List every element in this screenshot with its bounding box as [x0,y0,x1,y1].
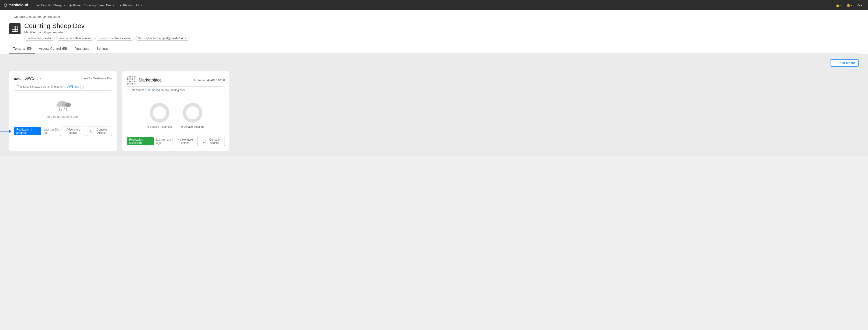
project-icon [9,23,21,34]
marketplace-card-header: Marketplace ⊙ Global API 7.103.0 [127,76,225,85]
tab-access-control-label: Access Control [39,47,61,51]
marketplace-dot [131,76,133,78]
marketplace-card-footer: Replication successful Last run 1m ago >… [127,133,225,146]
project-selector[interactable]: ◈ Project Counting Sheep Dev ▾ [67,3,117,7]
svg-point-7 [56,103,61,107]
org-selector[interactable]: 🏛 CountingSheep ▾ [34,3,67,7]
marketplace-console-access-button[interactable]: 💬 Console Access [199,137,225,146]
svg-point-13 [151,105,168,121]
aws-view-details-button[interactable]: > View more details [60,127,85,136]
platform-caret: ▾ [141,4,142,6]
aws-metrics-text: Metrics are coming soon [46,115,80,118]
marketplace-dot [127,76,128,78]
settings-button[interactable]: ⚙ ▾ [856,2,864,8]
marketplace-replication-badge: Replication successful [127,137,154,145]
logo[interactable]: ⬡ meshcloud [4,3,28,7]
tag-environment: environment Development [56,36,94,40]
back-arrow: ← [9,15,12,19]
globe-icon-mp: ⊙ [193,79,196,82]
svg-line-8 [59,108,60,111]
marketplace-dot [131,83,133,85]
console-icon-mp: 💬 [203,140,206,143]
marketplace-dot [127,81,128,82]
svg-point-12 [65,103,71,107]
marketplace-view-details-label: > View more details [176,138,195,144]
tab-tenants-badge: 2 [27,47,31,50]
main-content: + + Add Tenant aws AWS i ⊙ AWS - Meshsta… [0,54,868,156]
tab-tenants[interactable]: Tenants 2 [9,45,35,54]
marketplace-dot [134,83,135,85]
tag-confidentiality: confidentiality Public [24,36,55,40]
shield-icon: 🛡 [63,85,66,88]
marketplace-dot [129,78,131,80]
aws-card-header: aws AWS i ⊙ AWS - Meshstack Dev [14,76,112,81]
api-dot [207,79,209,81]
service-instances-label: 0 Service Instances [147,125,172,129]
back-link-text: Go back to customer control plane [14,15,60,19]
aws-info-icon[interactable]: i [37,77,40,80]
tab-financials[interactable]: Financials [71,45,93,54]
marketplace-dot [134,76,135,78]
project-title: Counting Sheep Dev [24,22,190,30]
aws-console-label: Console Access [95,128,109,135]
marketplace-platform-label: Global [196,79,205,82]
org-name: CountingSheep [41,3,62,7]
project-caret: ▾ [113,4,114,6]
metrics-illustration [54,99,72,113]
svg-line-11 [66,108,67,111]
thumbs-caret: ▾ [840,3,842,7]
aws-console-access-button[interactable]: 💬 Console Access [87,127,112,136]
marketplace-view-details-button[interactable]: > View more details [173,137,198,146]
aws-view-details-label: > View more details [63,128,82,135]
project-header-section: ← Go back to customer control plane Coun… [0,10,868,54]
aws-landing-zone-info: This tenant is based on landing zone 🛡 A… [14,83,112,91]
donut-chart-bindings [182,102,203,123]
add-icon: + [834,61,836,65]
notifications-button[interactable]: 🔔 ▾ [845,2,855,8]
blue-arrow [0,130,12,133]
logo-icon: ⬡ [4,3,7,7]
svg-line-10 [64,108,64,111]
tenant-cards: aws AWS i ⊙ AWS - Meshstack Dev This ten… [9,71,859,150]
back-link[interactable]: ← Go back to customer control plane [9,15,859,19]
tab-nav: Tenants 2 Access Control 1 Financials Se… [9,45,859,54]
aws-last-run: Last run 50s ago [43,128,60,135]
marketplace-dot [131,78,133,80]
add-tenant-button[interactable]: + + Add Tenant [830,59,859,66]
aws-footer-actions: > View more details 💬 Console Access [60,127,112,136]
svg-point-14 [184,105,201,121]
tab-access-control[interactable]: Access Control 1 [35,45,71,54]
platform-selector[interactable]: ☁ Platform All ▾ [117,3,144,7]
aws-platform-label: AWS - Meshstack Dev [84,77,112,80]
platform-name: All [136,3,139,7]
thumbs-up-icon: 👍 [836,3,840,7]
bell-icon: 🔔 [846,3,850,7]
project-tags: confidentiality Public environment Devel… [24,36,190,40]
marketplace-dot [127,83,128,85]
aws-logo: aws [14,77,23,80]
tab-settings[interactable]: Settings [93,45,112,54]
service-bindings-label: 0 Service Bindings [181,125,204,129]
help-icon[interactable]: ? [80,85,84,88]
tag-security-contact: SecurityContact support@meshcloud.io [135,36,190,40]
aws-lz-link[interactable]: AWS-dev [67,85,79,88]
marketplace-footer-actions: > View more details 💬 Console Access [173,137,225,146]
separator: | [33,3,34,7]
project-identifier: Identifier: counting-sheep-dev [24,31,190,34]
settings-caret: ▾ [861,3,862,7]
tab-financials-label: Financials [74,47,89,51]
arrow-head [9,130,12,133]
arrow-line [0,131,9,132]
api-version: API 7.103.0 [210,79,225,82]
project-selector-name: Counting Sheep Dev [84,3,112,7]
gear-icon: ⚙ [857,3,860,7]
marketplace-dot [131,81,133,82]
aws-lz-prefix: This tenant is based on landing zone [17,85,62,88]
tenant-card-aws: aws AWS i ⊙ AWS - Meshstack Dev This ten… [9,71,117,150]
thumbs-up-button[interactable]: 👍 ▾ [834,2,844,8]
tab-settings-label: Settings [97,47,108,51]
add-tenant-label: + Add Tenant [837,61,855,65]
marketplace-console-label: Console Access [207,138,222,144]
mp-lz-text: This tenant is [130,88,147,92]
topbar: ⬡ meshcloud | 🏛 CountingSheep ▾ ◈ Projec… [0,0,868,10]
